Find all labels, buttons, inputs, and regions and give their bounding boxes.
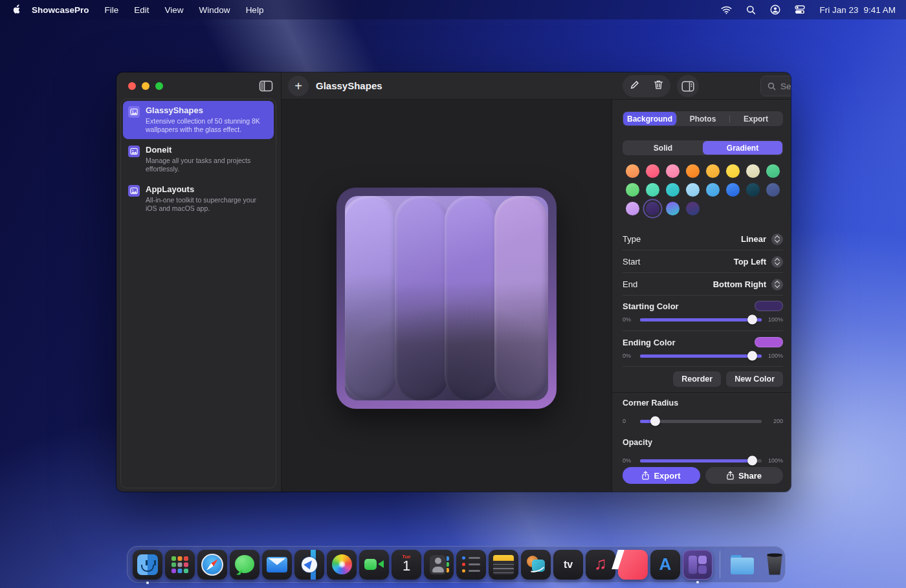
color-swatch[interactable] (626, 164, 639, 178)
color-swatch[interactable] (726, 183, 740, 197)
dock-safari-icon[interactable] (197, 550, 227, 580)
color-swatch[interactable] (766, 164, 780, 178)
photo-icon (128, 146, 140, 157)
dock-trash-icon[interactable] (760, 550, 790, 580)
color-swatch[interactable] (706, 183, 720, 197)
sidebar-toggle-icon[interactable] (259, 80, 273, 93)
close-button[interactable] (128, 82, 136, 90)
menu-window[interactable]: Window (199, 5, 230, 15)
starting-color-swatch[interactable] (755, 301, 783, 311)
menu-view[interactable]: View (165, 5, 184, 15)
color-swatch[interactable] (706, 164, 720, 178)
sidebar-item-glassyshapes[interactable]: GlassyShapesExtensive collection of 50 s… (123, 101, 274, 139)
menu-file[interactable]: File (105, 5, 119, 15)
dock-appletv-icon[interactable]: tv (553, 550, 583, 580)
dock-photos-icon[interactable] (327, 550, 357, 580)
color-swatch[interactable] (626, 183, 639, 197)
new-color-button[interactable]: New Color (726, 371, 783, 387)
inspector-toggle-icon[interactable] (677, 75, 699, 97)
apple-menu-icon[interactable] (10, 5, 20, 16)
dock-calendar-icon[interactable]: Tue1 (392, 550, 421, 580)
mode-gradient[interactable]: Gradient (703, 141, 782, 155)
start-value: Top Left (734, 257, 766, 267)
add-button[interactable]: + (288, 76, 309, 96)
type-dropdown-stepper-icon[interactable] (771, 234, 783, 245)
slider-knob[interactable] (747, 351, 757, 361)
slider-knob[interactable] (650, 417, 660, 426)
user-account-icon[interactable] (770, 5, 780, 15)
share-button[interactable]: Share (705, 467, 783, 484)
color-swatch[interactable] (766, 183, 780, 197)
end-dropdown-stepper-icon[interactable] (771, 279, 783, 290)
dock-contacts-icon[interactable] (424, 550, 454, 580)
tab-photos[interactable]: Photos (676, 112, 729, 125)
color-swatch[interactable] (646, 164, 659, 178)
color-swatch[interactable] (646, 202, 659, 215)
edit-icon[interactable] (630, 80, 639, 93)
mode-solid[interactable]: Solid (623, 141, 703, 155)
dock-showcasepro-icon[interactable] (683, 550, 713, 580)
slider-track[interactable] (640, 459, 762, 463)
dock-folder-icon[interactable] (727, 550, 757, 580)
color-swatch[interactable] (626, 202, 639, 215)
project-description: Manage all your tasks and projects effor… (146, 157, 269, 173)
zoom-button[interactable] (155, 82, 163, 90)
ending-color-slider: 0% 100% (623, 351, 783, 361)
color-swatch[interactable] (686, 202, 700, 215)
starting-color-slider: 0% 100% (623, 314, 783, 325)
inspector-panel: BackgroundPhotosExport SolidGradient Typ… (612, 100, 791, 492)
dock-maps-icon[interactable] (294, 550, 324, 580)
control-center-icon[interactable] (795, 5, 805, 14)
minimize-button[interactable] (142, 82, 149, 90)
ending-color-swatch[interactable] (755, 337, 783, 347)
search-input[interactable]: Search (760, 76, 791, 96)
slider-min-label: 0% (623, 316, 637, 323)
slider-track[interactable] (640, 318, 762, 321)
dock-freeform-icon[interactable] (521, 550, 551, 580)
color-swatch[interactable] (746, 164, 760, 178)
menu-bar: ShowcasePro FileEditViewWindowHelp Fri J… (0, 0, 906, 19)
wifi-icon[interactable] (721, 6, 732, 14)
dock-launchpad-icon[interactable] (165, 550, 195, 580)
search-icon[interactable] (746, 5, 756, 15)
sidebar-item-applayouts[interactable]: AppLayoutsAll-in-one toolkit to supercha… (123, 180, 274, 218)
color-swatch[interactable] (666, 202, 680, 215)
start-dropdown-stepper-icon[interactable] (771, 256, 783, 268)
dock-reminders-icon[interactable] (456, 550, 486, 580)
slider-track[interactable] (640, 420, 762, 423)
color-swatch[interactable] (686, 164, 700, 178)
slider-track[interactable] (640, 354, 762, 358)
menu-edit[interactable]: Edit (134, 5, 149, 15)
sidebar-item-doneit[interactable]: DoneitManage all your tasks and projects… (123, 140, 274, 179)
window-title: GlassyShapes (316, 80, 382, 91)
project-description: Extensive collection of 50 stunning 8K w… (146, 117, 269, 134)
color-swatch[interactable] (726, 164, 740, 178)
dock-news-icon[interactable] (618, 550, 648, 580)
tab-background[interactable]: Background (623, 112, 676, 125)
dock-notes-icon[interactable] (489, 550, 518, 580)
delete-icon[interactable] (654, 80, 663, 93)
color-swatch[interactable] (746, 183, 760, 197)
dock-mail-icon[interactable] (262, 550, 292, 580)
slider-knob[interactable] (747, 456, 757, 466)
slider-knob[interactable] (747, 315, 757, 325)
color-swatch[interactable] (646, 183, 659, 197)
menu-help[interactable]: Help (246, 5, 264, 15)
dock-finder-icon[interactable] (133, 550, 162, 580)
dock-music-icon[interactable]: ♫ (586, 550, 615, 580)
color-swatch[interactable] (666, 183, 680, 197)
dock-facetime-icon[interactable] (359, 550, 389, 580)
reorder-button[interactable]: Reorder (673, 371, 721, 387)
end-row: End Bottom Right (623, 274, 783, 296)
tab-export[interactable]: Export (729, 112, 782, 125)
menu-date[interactable]: Fri Jan 23 (819, 5, 858, 15)
export-button[interactable]: Export (623, 467, 700, 484)
color-swatch[interactable] (666, 164, 680, 178)
slider-max-label: 100% (765, 457, 783, 464)
menu-app-name[interactable]: ShowcasePro (32, 5, 89, 15)
color-swatch[interactable] (686, 183, 700, 197)
dock-messages-icon[interactable] (230, 550, 260, 580)
edit-actions-group (623, 75, 670, 97)
dock-appstore-icon[interactable]: A (650, 550, 680, 580)
wallpaper-preview[interactable] (337, 188, 557, 409)
